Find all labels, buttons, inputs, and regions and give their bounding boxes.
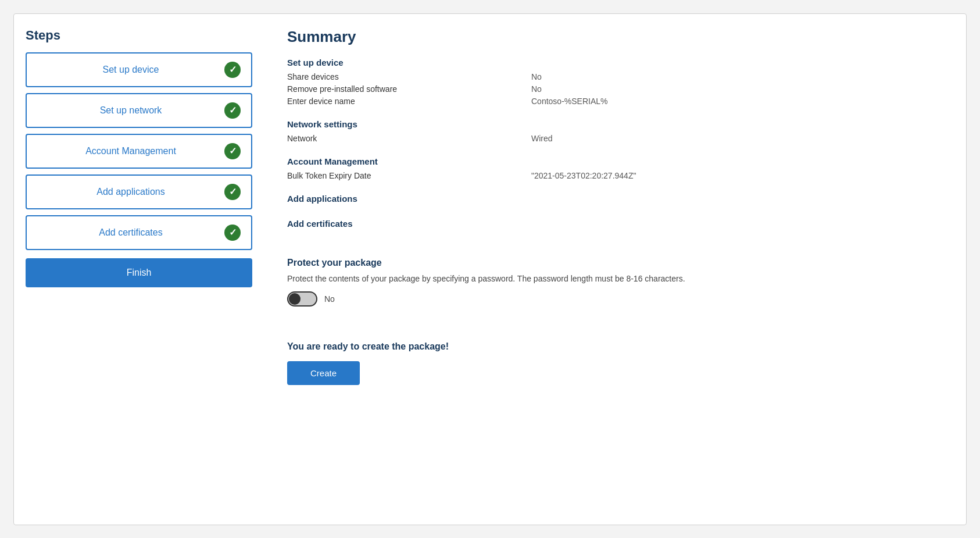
summary-section-network: Network settings Network Wired (287, 119, 954, 146)
step-set-up-network-label: Set up network (37, 105, 224, 116)
step-account-management[interactable]: Account Management (26, 134, 252, 169)
protect-title: Protect your package (287, 258, 954, 268)
section-heading-account: Account Management (287, 156, 954, 166)
toggle-slider (287, 291, 317, 307)
section-heading-certificates: Add certificates (287, 219, 954, 229)
section-heading-device: Set up device (287, 58, 954, 67)
summary-label-remove-software: Remove pre-installed software (287, 84, 531, 94)
left-panel: Steps Set up device Set up network Accou… (26, 28, 252, 511)
protect-description: Protect the contents of your package by … (287, 274, 810, 283)
step-add-applications-check-icon (224, 184, 241, 200)
step-set-up-device[interactable]: Set up device (26, 52, 252, 87)
summary-label-bulk-token: Bulk Token Expiry Date (287, 171, 531, 180)
steps-title: Steps (26, 28, 252, 43)
summary-row-device-name: Enter device name Contoso-%SERIAL% (287, 97, 954, 106)
summary-row-share-devices: Share devices No (287, 72, 954, 81)
protect-section: Protect your package Protect the content… (287, 258, 954, 307)
protect-toggle-label: No (324, 294, 335, 304)
summary-section-certificates: Add certificates (287, 219, 954, 233)
ready-section: You are ready to create the package! Cre… (287, 341, 954, 385)
protect-toggle[interactable] (287, 291, 317, 307)
summary-section-account: Account Management Bulk Token Expiry Dat… (287, 156, 954, 183)
step-add-certificates[interactable]: Add certificates (26, 215, 252, 250)
step-add-applications[interactable]: Add applications (26, 174, 252, 209)
summary-row-bulk-token: Bulk Token Expiry Date "2021-05-23T02:20… (287, 171, 954, 180)
summary-value-share-devices: No (531, 72, 542, 81)
right-panel: Summary Set up device Share devices No R… (276, 28, 954, 511)
ready-title: You are ready to create the package! (287, 341, 954, 352)
summary-row-remove-software: Remove pre-installed software No (287, 84, 954, 94)
summary-value-network: Wired (531, 134, 553, 143)
summary-value-device-name: Contoso-%SERIAL% (531, 97, 608, 106)
section-heading-applications: Add applications (287, 194, 954, 204)
step-set-up-device-check-icon (224, 62, 241, 78)
summary-label-network: Network (287, 134, 531, 143)
summary-section-applications: Add applications (287, 194, 954, 208)
step-set-up-device-label: Set up device (37, 65, 224, 75)
summary-title: Summary (287, 28, 954, 46)
summary-section-device: Set up device Share devices No Remove pr… (287, 58, 954, 109)
summary-label-share-devices: Share devices (287, 72, 531, 81)
summary-label-device-name: Enter device name (287, 97, 531, 106)
summary-value-bulk-token: "2021-05-23T02:20:27.944Z" (531, 171, 636, 180)
step-add-certificates-check-icon (224, 225, 241, 241)
step-add-applications-label: Add applications (37, 187, 224, 197)
step-account-management-label: Account Management (37, 146, 224, 156)
summary-value-remove-software: No (531, 84, 542, 94)
create-button[interactable]: Create (287, 361, 360, 385)
toggle-row: No (287, 291, 954, 307)
finish-button[interactable]: Finish (26, 258, 252, 287)
main-container: Steps Set up device Set up network Accou… (13, 13, 967, 525)
summary-row-network: Network Wired (287, 134, 954, 143)
step-account-management-check-icon (224, 143, 241, 159)
step-set-up-network-check-icon (224, 102, 241, 119)
step-set-up-network[interactable]: Set up network (26, 93, 252, 128)
section-heading-network: Network settings (287, 119, 954, 129)
step-add-certificates-label: Add certificates (37, 227, 224, 238)
